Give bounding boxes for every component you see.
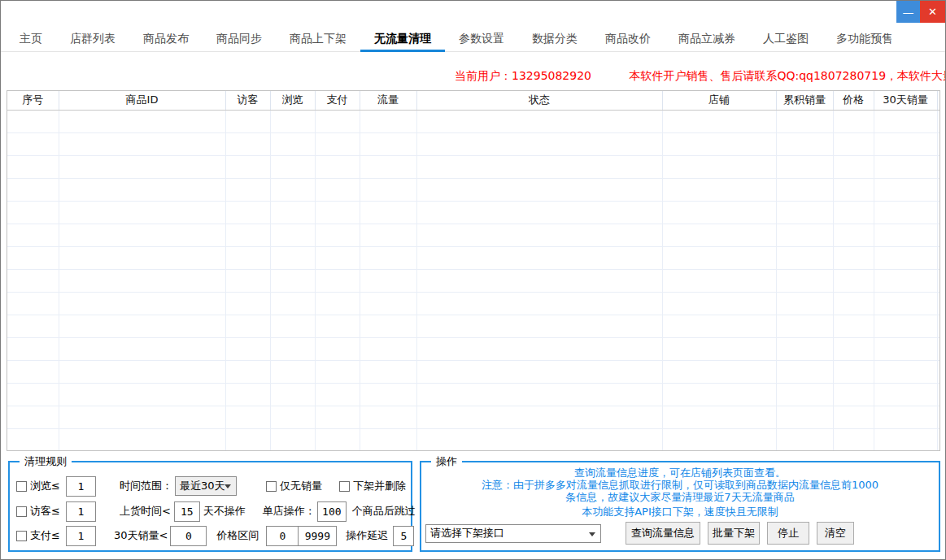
column-header-累积销量[interactable]: 累积销量 — [776, 91, 833, 110]
only-no-sales-checkbox[interactable] — [266, 481, 277, 492]
time-range-select[interactable]: 最近30天 — [175, 476, 237, 496]
time-range-value: 最近30天 — [180, 479, 225, 493]
table-row — [7, 406, 940, 428]
table-body — [7, 110, 940, 451]
browse-filter-label: 浏览≤ — [30, 479, 60, 493]
tab-无流量清理[interactable]: 无流量清理 — [360, 25, 445, 52]
price-max-input[interactable] — [298, 526, 337, 546]
minimize-button[interactable]: — — [896, 1, 920, 23]
table-row — [7, 292, 940, 315]
table-row — [7, 110, 940, 132]
tab-商品同步[interactable]: 商品同步 — [203, 25, 276, 52]
column-header-30天销量[interactable]: 30天销量 — [874, 91, 937, 110]
column-header-序号[interactable]: 序号 — [7, 91, 59, 110]
close-button[interactable]: ✕ — [920, 1, 945, 23]
per-store-limit-input[interactable] — [317, 501, 347, 522]
table-row — [7, 269, 940, 292]
pay-threshold-input[interactable] — [66, 526, 96, 546]
table-row — [7, 337, 940, 360]
current-user-label: 当前用户：13295082920 — [455, 69, 591, 82]
action-buttons: 查询流量信息批量下架停止清空 — [626, 522, 861, 545]
browse-filter-checkbox[interactable] — [16, 481, 27, 492]
cleaning-rules-panel: 清理规则 浏览≤ 时间范围： 最近30天 仅无销量 下架并删除 访客≤ 上货时间… — [8, 461, 412, 552]
visitor-threshold-input[interactable] — [66, 501, 96, 522]
table-row — [7, 132, 940, 155]
tab-多功能预售[interactable]: 多功能预售 — [822, 25, 907, 52]
titlebar-buttons: — ✕ — [896, 1, 945, 23]
column-header-状态[interactable]: 状态 — [416, 91, 662, 110]
visitor-filter-label: 访客≤ — [30, 504, 60, 519]
column-header-店铺[interactable]: 店铺 — [662, 91, 776, 110]
tab-参数设置[interactable]: 参数设置 — [445, 25, 518, 52]
tab-店群列表[interactable]: 店群列表 — [56, 25, 129, 52]
delay-input[interactable] — [393, 526, 414, 546]
minimize-icon: — — [903, 7, 914, 18]
table-row — [7, 360, 940, 383]
tab-人工鉴图[interactable]: 人工鉴图 — [749, 25, 822, 52]
pay-filter-checkbox[interactable] — [16, 531, 27, 541]
table-row — [7, 178, 940, 201]
rules-row-2: 访客≤ 上货时间< 天不操作 单店操作： 个商品后跳过 — [16, 501, 408, 522]
chevron-down-icon — [225, 484, 231, 488]
table-row — [7, 155, 940, 178]
tab-bar: 主页店群列表商品发布商品同步商品上下架无流量清理参数设置数据分类商品改价商品立减… — [6, 25, 907, 52]
chevron-down-icon — [589, 532, 595, 536]
delist-and-delete-checkbox[interactable] — [339, 481, 350, 492]
browse-threshold-input[interactable] — [66, 476, 96, 497]
table-row — [7, 428, 940, 451]
app-window: — ✕ 主页店群列表商品发布商品同步商品上下架无流量清理参数设置数据分类商品改价… — [0, 0, 946, 560]
tab-商品改价[interactable]: 商品改价 — [591, 25, 665, 52]
table-row — [7, 201, 940, 224]
column-header-filler — [937, 91, 940, 110]
table-header-row: 序号商品ID访客浏览支付流量状态店铺累积销量价格30天销量 — [7, 91, 940, 110]
delist-api-select[interactable]: 请选择下架接口 — [425, 524, 601, 543]
table-row — [7, 246, 940, 269]
column-header-流量[interactable]: 流量 — [360, 91, 416, 110]
tab-主页[interactable]: 主页 — [6, 25, 56, 52]
per-store-suffix: 个商品后跳过 — [352, 504, 416, 519]
rules-row-1: 浏览≤ 时间范围： 最近30天 仅无销量 下架并删除 — [16, 475, 408, 497]
batch-delist-button[interactable]: 批量下架 — [708, 522, 760, 545]
query-traffic-info-button[interactable]: 查询流量信息 — [626, 522, 700, 545]
tab-商品发布[interactable]: 商品发布 — [129, 25, 203, 52]
sales30-input[interactable] — [170, 526, 207, 546]
notice-line-2: 注意：由于拼多多对流量信息抓取进行限制，仅可读取到商品数据内流量信息前1000 — [421, 479, 939, 491]
notice-line-3: 条信息，故建议大家尽量清理最近7天无流量商品 — [421, 491, 939, 503]
pay-filter-label: 支付≤ — [30, 528, 60, 543]
time-range-label: 时间范围： — [120, 479, 172, 493]
listing-time-suffix: 天不操作 — [203, 504, 246, 519]
rules-row-3: 支付≤ 30天销量< 价格区间 操作延迟 — [16, 525, 408, 546]
listing-time-input[interactable] — [174, 501, 200, 522]
stop-button[interactable]: 停止 — [767, 522, 809, 545]
visitor-filter-checkbox[interactable] — [16, 506, 27, 517]
product-table: 序号商品ID访客浏览支付流量状态店铺累积销量价格30天销量 — [7, 90, 940, 451]
column-header-浏览[interactable]: 浏览 — [270, 91, 315, 110]
user-info-bar: 当前用户：13295082920 本软件开户销售、售后请联系QQ:qq18072… — [1, 69, 946, 87]
tab-商品立减券[interactable]: 商品立减券 — [665, 25, 749, 52]
per-store-label: 单店操作： — [263, 504, 316, 519]
price-range-label: 价格区间 — [216, 528, 259, 543]
column-header-商品ID[interactable]: 商品ID — [59, 91, 225, 110]
tab-数据分类[interactable]: 数据分类 — [518, 25, 591, 52]
column-header-支付[interactable]: 支付 — [315, 91, 360, 110]
delist-and-delete-label: 下架并删除 — [353, 479, 406, 493]
listing-time-label: 上货时间< — [120, 504, 171, 519]
delist-api-select-value: 请选择下架接口 — [430, 526, 504, 540]
tab-商品上下架[interactable]: 商品上下架 — [276, 25, 360, 52]
traffic-notice: 查询流量信息进度，可在店铺列表页面查看。 注意：由于拼多多对流量信息抓取进行限制… — [421, 467, 939, 503]
column-header-访客[interactable]: 访客 — [225, 91, 270, 110]
rules-panel-title: 清理规则 — [20, 454, 72, 469]
table-row — [7, 315, 940, 337]
table-row — [7, 224, 940, 246]
notice-line-1: 查询流量信息进度，可在店铺列表页面查看。 — [421, 467, 939, 479]
column-header-价格[interactable]: 价格 — [833, 91, 874, 110]
table-row — [7, 383, 940, 406]
promo-text: 本软件开户销售、售后请联系QQ:qq1807280719，本软件大量招收代理一 — [629, 69, 946, 82]
action-row: 请选择下架接口 查询流量信息批量下架停止清空 — [425, 522, 861, 545]
price-min-input[interactable] — [266, 526, 299, 546]
clear-button[interactable]: 清空 — [817, 522, 854, 545]
api-notice: 本功能支持API接口下架，速度快且无限制 — [421, 506, 939, 518]
only-no-sales-label: 仅无销量 — [280, 479, 322, 493]
delay-label: 操作延迟 — [346, 528, 388, 543]
close-icon: ✕ — [928, 7, 937, 17]
